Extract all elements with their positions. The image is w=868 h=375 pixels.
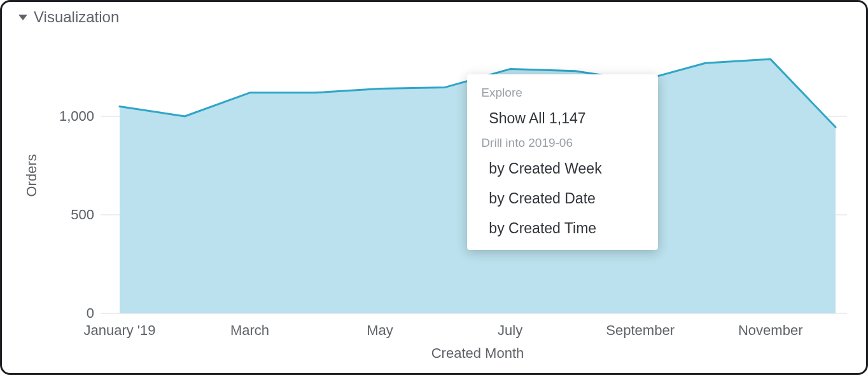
popover-drill-week[interactable]: by Created Week	[467, 154, 658, 184]
svg-text:July: July	[498, 322, 522, 338]
svg-text:Created Month: Created Month	[431, 345, 524, 361]
svg-text:September: September	[606, 322, 675, 338]
popover-drill-label: Drill into 2019-06	[467, 133, 658, 154]
collapse-icon[interactable]	[18, 15, 27, 20]
svg-text:March: March	[230, 322, 269, 338]
svg-text:1,000: 1,000	[59, 108, 94, 124]
drill-popover: Explore Show All 1,147 Drill into 2019-0…	[467, 74, 658, 250]
popover-show-all[interactable]: Show All 1,147	[467, 104, 658, 133]
svg-text:0: 0	[87, 305, 94, 321]
popover-drill-time[interactable]: by Created Time	[467, 214, 658, 243]
panel-header[interactable]: Visualization	[2, 2, 866, 30]
svg-text:January '19: January '19	[83, 322, 155, 338]
svg-text:November: November	[738, 322, 802, 338]
visualization-panel: Visualization 05001,000January '19MarchM…	[0, 0, 868, 375]
panel-title: Visualization	[34, 8, 119, 26]
chart-container: 05001,000January '19MarchMayJulySeptembe…	[2, 31, 866, 373]
area-chart[interactable]: 05001,000January '19MarchMayJulySeptembe…	[2, 31, 866, 374]
svg-text:May: May	[367, 322, 393, 338]
svg-text:500: 500	[71, 207, 94, 222]
popover-drill-date[interactable]: by Created Date	[467, 184, 658, 214]
svg-text:Orders: Orders	[24, 154, 39, 196]
popover-explore-label: Explore	[467, 83, 658, 104]
